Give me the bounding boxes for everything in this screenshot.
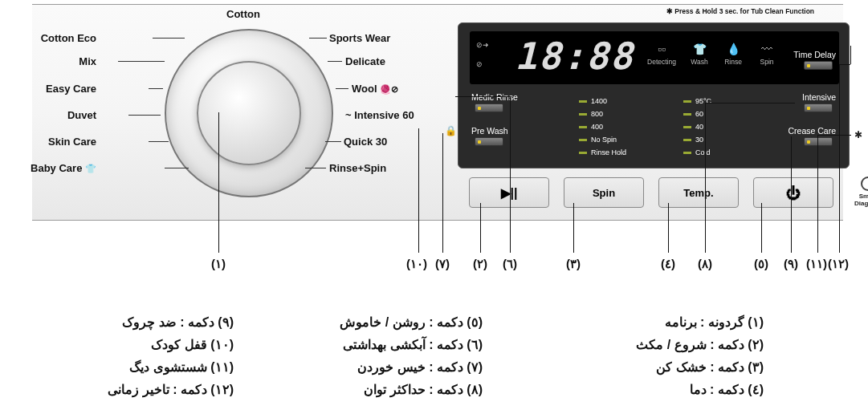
temp-60: 60 (683, 110, 703, 118)
temp-button[interactable]: Temp. (658, 177, 739, 208)
legend-col-left: (٩) دکمه : ضد چروک (١٠) قفل کودک (١١) شس… (25, 311, 234, 401)
lock-icon: ⊘ (476, 60, 483, 68)
power-button[interactable]: ⏻ (753, 177, 833, 208)
temp-30: 30 (683, 136, 703, 144)
program-skin-care: Skin Care (48, 136, 96, 148)
spin-no-spin: No Spin (579, 136, 617, 144)
tub-clean-note: ✱ Press & Hold 3 sec. for Tub Clean Func… (666, 7, 814, 15)
lcd-wash: 👕Wash (685, 43, 714, 66)
legend-col-right: (١) گردونه : برنامه (٢) دکمه : شروع / مک… (555, 311, 764, 401)
program-rinse-spin: Rinse+Spin (329, 162, 386, 174)
temp-cold: Cold (683, 148, 711, 156)
program-wool: Wool 🧶⊘ (352, 83, 398, 95)
lcd-detecting: ▫▫Detecting (643, 43, 680, 66)
program-easy-care: Easy Care (46, 83, 96, 95)
callout-8: (٨) (698, 257, 712, 271)
callout-4: (٤) (661, 257, 675, 271)
program-delicate: Delicate (345, 55, 385, 67)
spin-800: 800 (579, 110, 603, 118)
temp-95: 95°C (683, 97, 711, 105)
lcd-screen: ⊘➜ ⊘ 18:88 ▫▫Detecting 👕Wash 💧Rinse 〰Spi… (470, 31, 839, 84)
callout-6: (٦) (503, 257, 517, 271)
door-lock-icon: ⊘➜ (476, 41, 489, 49)
callout-11: (١١) (806, 257, 827, 271)
time-display: 18:88 (515, 34, 634, 78)
lcd-spin: 〰Spin (752, 43, 781, 66)
callout-3: (٣) (566, 257, 581, 271)
baby-icon: 👕 (85, 164, 96, 173)
time-delay-button[interactable]: Time Delay (793, 50, 836, 70)
star-icon: ✱ (854, 129, 862, 140)
temp-40: 40 (683, 123, 703, 131)
program-baby-care: Baby Care 👕 (31, 162, 96, 174)
program-sports-wear: Sports Wear (329, 32, 390, 44)
spin-400: 400 (579, 123, 603, 131)
wool-icon: 🧶⊘ (380, 84, 398, 94)
legend-col-mid: (٥) دکمه : روشن / خاموش (٦) دکمه : آبکشی… (242, 311, 483, 401)
callout-1: (١) (211, 257, 226, 271)
medic-rinse-button[interactable]: Medic Rinse (471, 92, 518, 112)
spin-button[interactable]: Spin (564, 177, 644, 208)
intensive-button[interactable]: Intensive (801, 92, 836, 112)
control-panel: ✱ Press & Hold 3 sec. for Tub Clean Func… (32, 4, 843, 221)
callout-9: (٩) (784, 257, 798, 271)
program-cotton: Cotton (226, 8, 260, 20)
smart-diagnosis-icon: Smart Diagnosis™ (854, 177, 868, 207)
crease-care-button[interactable]: Crease Care (788, 126, 836, 146)
spin-1400: 1400 (579, 97, 607, 105)
program-quick-30: Quick 30 (344, 136, 387, 148)
child-lock-icon: 🔒 (445, 125, 457, 136)
callout-2: (٢) (473, 257, 487, 271)
spin-rinse-hold: Rinse Hold (579, 148, 626, 156)
callout-5: (٥) (754, 257, 768, 271)
program-mix: Mix (79, 55, 96, 67)
lcd-rinse: 💧Rinse (719, 43, 748, 66)
program-duvet: Duvet (67, 109, 96, 121)
callout-12: (١٢) (828, 257, 849, 271)
callout-7: (٧) (435, 257, 450, 271)
pre-wash-button[interactable]: Pre Wash (471, 126, 508, 146)
callout-10: (١٠) (406, 257, 427, 271)
program-cotton-eco: Cotton Eco (41, 32, 96, 44)
start-pause-button[interactable]: ▶|| (469, 177, 549, 208)
program-dial[interactable] (165, 29, 333, 197)
program-intensive-60: ~ Intensive 60 (345, 109, 414, 121)
